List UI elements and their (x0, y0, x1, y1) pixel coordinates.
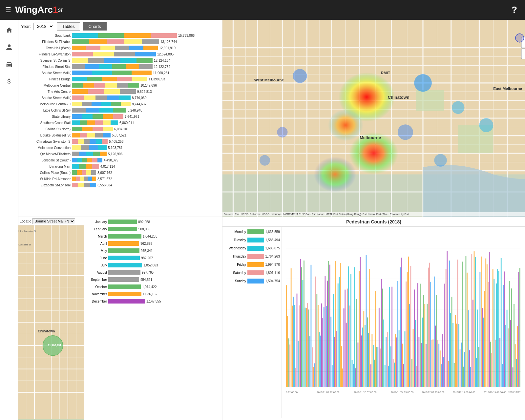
bar-segments (72, 46, 158, 50)
svg-rect-153 (355, 368, 356, 387)
svg-rect-268 (490, 342, 491, 387)
monthly-label: October (85, 285, 108, 289)
svg-rect-158 (361, 335, 362, 387)
svg-point-48 (398, 124, 413, 140)
bar-value: 12,124,164 (154, 59, 170, 62)
svg-rect-222 (436, 295, 437, 387)
svg-rect-118 (314, 363, 315, 387)
bar-segment (82, 127, 92, 131)
svg-rect-225 (440, 350, 441, 387)
bar-row: Elizabeth St-Lonsdal3,556,084 (21, 182, 219, 188)
sidebar-item-money[interactable] (2, 74, 16, 89)
bar-segment (72, 77, 87, 81)
bar-segment (78, 183, 84, 187)
svg-rect-131 (329, 265, 330, 387)
bar-segment (124, 39, 142, 44)
bar-row: Melbourne Central-El8,744,637 (21, 101, 219, 107)
bar-label: Elizabeth St-Lonsdal (21, 183, 72, 187)
svg-rect-141 (341, 346, 342, 387)
svg-rect-285 (510, 320, 511, 387)
monthly-value: 908,056 (138, 227, 150, 231)
bar-segment (117, 83, 128, 88)
svg-rect-187 (395, 334, 396, 387)
svg-rect-223 (437, 340, 438, 387)
bar-segment (89, 145, 98, 150)
time-series-area: // This will be rendered as SVG elements… (282, 227, 525, 418)
hamburger-menu[interactable]: ☰ (5, 6, 11, 14)
svg-rect-254 (474, 251, 475, 387)
svg-rect-180 (387, 332, 388, 387)
bar-row: Little Collins St-Sw8,248,948 (21, 107, 219, 113)
bar-segment (82, 158, 87, 162)
svg-rect-270 (493, 269, 494, 387)
svg-rect-196 (406, 282, 407, 387)
svg-rect-229 (444, 284, 445, 387)
svg-rect-185 (393, 359, 394, 387)
help-icon[interactable]: ? (512, 5, 517, 15)
monthly-label: May (85, 249, 108, 253)
svg-rect-259 (479, 272, 480, 387)
svg-rect-142 (342, 368, 343, 387)
svg-rect-101 (294, 305, 295, 387)
svg-rect-183 (390, 346, 391, 387)
svg-rect-103 (297, 294, 298, 387)
logo-arc: Arc (37, 5, 53, 15)
svg-rect-213 (426, 344, 427, 387)
sidebar-item-home[interactable] (2, 23, 16, 37)
logo-st: st (58, 7, 62, 13)
svg-rect-181 (388, 366, 389, 387)
mini-map-svg: Chinatown 11,968,231 Little Lonsdale St … (18, 225, 84, 419)
bar-segment (72, 158, 77, 162)
sidebar-item-car[interactable] (2, 57, 16, 72)
svg-rect-104 (298, 341, 299, 387)
bar-segment (72, 177, 76, 181)
location-select[interactable]: Bourke Street Mall (N (32, 218, 75, 224)
weekly-chart-area: Monday1,636,559Tuesday1,583,494Wednesday… (222, 227, 282, 418)
charts-button[interactable]: Charts (83, 22, 106, 31)
map-panel: City of Melbourne Pedestrian Counts (201… (222, 20, 525, 217)
bar-segment (88, 58, 104, 63)
svg-rect-262 (483, 318, 484, 387)
weekly-bar-row: Friday1,994,970 (224, 261, 280, 268)
svg-rect-154 (356, 299, 357, 387)
bar-segment (111, 102, 121, 106)
bar-segment (72, 127, 82, 131)
bar-value: 11,398,093 (149, 77, 165, 81)
svg-rect-243 (461, 343, 462, 387)
weekly-label: Sunday (224, 279, 247, 283)
monthly-bar-row: June982,267 (85, 255, 220, 261)
bar-segment (126, 64, 139, 69)
svg-rect-273 (496, 284, 497, 387)
tables-button[interactable]: Tables (57, 22, 80, 31)
bar-label: Melbourne Central-El (21, 102, 72, 106)
svg-rect-221 (435, 326, 436, 387)
svg-rect-186 (394, 363, 395, 387)
svg-rect-165 (369, 269, 370, 387)
svg-point-52 (434, 154, 447, 167)
svg-rect-173 (379, 308, 380, 387)
svg-text:2018/12/27: 2018/12/27 (508, 391, 521, 394)
bar-segments (72, 164, 99, 169)
bar-segment (100, 152, 107, 156)
year-select[interactable]: 2018 (33, 23, 54, 30)
sidebar-item-person[interactable] (2, 40, 16, 54)
bar-label: Melbourne Central (21, 84, 72, 87)
svg-rect-60 (521, 49, 525, 59)
weekly-value: 1,764,263 (265, 255, 280, 258)
svg-rect-217 (430, 282, 431, 387)
bar-segment (107, 39, 124, 44)
svg-point-62 (515, 34, 524, 42)
svg-rect-130 (328, 261, 329, 387)
weekly-label: Friday (224, 263, 247, 266)
bar-segment (92, 158, 97, 162)
svg-rect-169 (374, 360, 375, 387)
monthly-value: 1,036,162 (143, 292, 158, 296)
svg-rect-226 (441, 364, 442, 387)
bottom-left-panel: Locatio Bourke Street Mall (N (18, 217, 222, 420)
svg-rect-176 (382, 289, 383, 387)
bar-segment (92, 71, 112, 75)
bar-segment (120, 58, 136, 63)
monthly-bar-row: April962,898 (85, 240, 220, 247)
svg-rect-160 (363, 311, 364, 387)
svg-rect-102 (295, 368, 296, 387)
